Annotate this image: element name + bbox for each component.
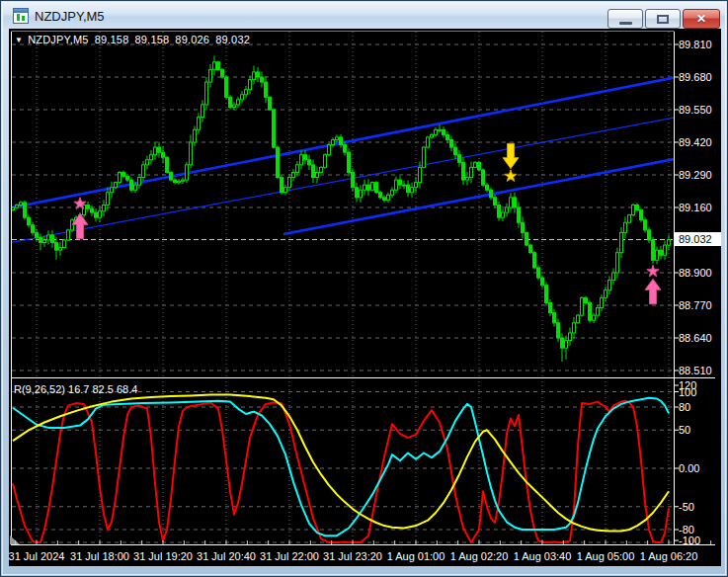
close-button[interactable]: ✕ [683, 9, 720, 29]
minimize-icon [619, 22, 632, 25]
title-bar[interactable]: NZDJPY,M5 ✕ [3, 3, 725, 29]
window-title: NZDJPY,M5 [35, 9, 105, 24]
chart-window: NZDJPY,M5 ✕ 89.81089.68089.55089.42089.2… [0, 0, 728, 577]
minimize-button[interactable] [607, 9, 643, 29]
symbol-label: NZDJPY,M5 [28, 34, 89, 45]
oscillator-label: R(9,26,52) 16.7 82.5 68.4 [14, 383, 137, 395]
ohlc-low: 89.026 [175, 34, 209, 45]
current-price-flag: 89.032 [675, 232, 721, 246]
ohlc-high: 89.158 [134, 34, 169, 45]
chart-window-icon [13, 8, 29, 24]
ohlc-close: 89.032 [215, 34, 250, 45]
ohlc-header[interactable]: ▼NZDJPY,M589.15889.15889.02689.032 [15, 34, 256, 45]
restore-button[interactable] [645, 9, 681, 29]
symbol-dropdown-icon[interactable]: ▼ [15, 36, 23, 44]
chart-client-area[interactable] [9, 29, 721, 566]
ohlc-open: 89.158 [95, 34, 129, 45]
restore-icon [657, 15, 669, 24]
close-icon: ✕ [684, 12, 719, 26]
